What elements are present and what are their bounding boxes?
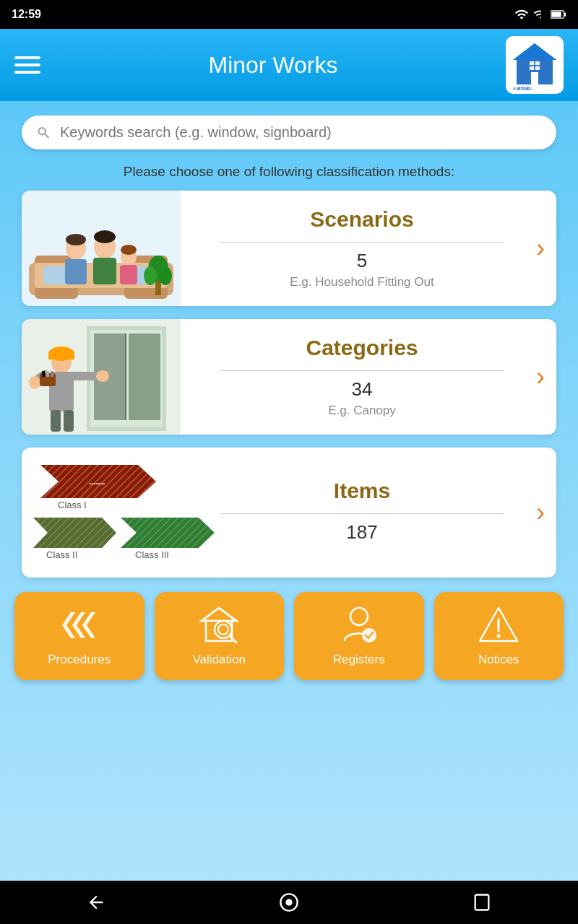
items-count: 187 <box>346 521 377 544</box>
status-bar: 12:59 <box>0 0 578 29</box>
scenarios-card[interactable]: Scenarios 5 E.g. Household Fitting Out › <box>22 191 556 306</box>
svg-text:BUILDINGS: BUILDINGS <box>513 87 533 90</box>
notices-icon <box>478 605 519 645</box>
scenarios-example: E.g. Household Fitting Out <box>290 275 434 289</box>
wifi-icon <box>514 7 529 22</box>
svg-rect-51 <box>51 371 53 377</box>
class-i-container: ▪▪▪▪▪▪▪ Class I <box>40 465 156 510</box>
classification-subtitle: Please choose one of following classific… <box>0 157 578 191</box>
svg-rect-50 <box>46 371 49 377</box>
registers-button[interactable]: Registers <box>294 592 424 680</box>
registers-label: Registers <box>333 653 385 667</box>
scenarios-content: Scenarios 5 E.g. Household Fitting Out <box>181 193 536 304</box>
svg-point-22 <box>94 230 116 243</box>
validation-label: Validation <box>193 653 246 667</box>
class-i-svg: ▪▪▪▪▪▪▪ <box>40 465 156 498</box>
svg-point-19 <box>66 234 86 245</box>
validation-icon <box>199 605 239 645</box>
signal-icon <box>533 8 546 21</box>
categories-card[interactable]: Categories 34 E.g. Canopy › <box>22 319 556 435</box>
svg-point-68 <box>350 608 368 625</box>
svg-rect-36 <box>129 334 160 420</box>
procedures-icon <box>59 605 100 645</box>
status-right <box>514 7 566 22</box>
status-left: 12:59 <box>12 8 41 21</box>
svg-rect-46 <box>51 410 61 432</box>
svg-rect-47 <box>64 410 74 432</box>
categories-title: Categories <box>306 336 418 360</box>
bottom-nav: Procedures Validation Registers <box>14 592 564 680</box>
svg-rect-2 <box>551 12 561 17</box>
class-ii-svg <box>33 518 116 548</box>
system-bar <box>0 881 578 924</box>
svg-rect-24 <box>120 265 137 284</box>
svg-rect-40 <box>48 355 74 359</box>
menu-button[interactable] <box>14 56 40 74</box>
svg-marker-62 <box>82 612 95 638</box>
class-ii-label: Class II <box>33 549 77 560</box>
svg-point-72 <box>497 635 501 638</box>
back-button[interactable] <box>82 888 111 917</box>
search-input[interactable] <box>60 124 542 141</box>
recents-button[interactable] <box>467 888 496 917</box>
items-classes: ▪▪▪▪▪▪▪ Class I <box>22 448 181 578</box>
svg-rect-75 <box>475 895 488 910</box>
page-title: Minor Works <box>209 52 338 79</box>
search-container <box>0 101 578 157</box>
svg-rect-18 <box>65 259 87 284</box>
scenarios-title: Scenarios <box>310 207 413 232</box>
time-display: 12:59 <box>12 8 41 21</box>
svg-rect-49 <box>42 371 45 377</box>
svg-point-44 <box>29 376 40 389</box>
procedures-label: Procedures <box>48 653 111 667</box>
back-icon <box>86 892 106 912</box>
categories-image <box>22 319 181 435</box>
svg-rect-15 <box>43 266 69 284</box>
battery-icon <box>551 9 566 19</box>
categories-content: Categories 34 E.g. Canopy <box>181 321 536 432</box>
svg-text:▪▪▪▪▪▪▪: ▪▪▪▪▪▪▪ <box>89 480 105 487</box>
svg-rect-1 <box>564 12 566 16</box>
items-arrow: › <box>536 497 556 528</box>
svg-point-28 <box>144 266 157 285</box>
cards-container: Scenarios 5 E.g. Household Fitting Out › <box>0 191 578 578</box>
family-illustration <box>22 191 181 306</box>
svg-point-67 <box>218 624 228 635</box>
scenarios-arrow: › <box>536 233 556 263</box>
svg-marker-4 <box>513 43 556 60</box>
scenarios-count: 5 <box>357 250 367 272</box>
svg-point-29 <box>159 266 172 285</box>
items-card[interactable]: ▪▪▪▪▪▪▪ Class I <box>22 448 556 578</box>
class-ii-container: Class II <box>33 518 116 560</box>
search-icon <box>36 125 51 141</box>
svg-point-25 <box>121 245 137 255</box>
class-i-arrow: ▪▪▪▪▪▪▪ <box>40 465 156 498</box>
items-title: Items <box>334 479 390 503</box>
svg-point-74 <box>285 899 292 905</box>
validation-button[interactable]: Validation <box>155 592 285 680</box>
categories-arrow: › <box>536 362 556 392</box>
svg-point-69 <box>362 628 376 642</box>
buildings-dept-logo: 屋宇署 BUILDINGS <box>509 40 560 90</box>
categories-divider <box>220 370 504 371</box>
notices-label: Notices <box>478 653 519 667</box>
home-icon <box>279 892 299 912</box>
categories-example: E.g. Canopy <box>328 404 396 418</box>
scenarios-divider <box>220 242 504 243</box>
class-iii-label: Class III <box>121 549 169 560</box>
svg-point-45 <box>96 370 109 382</box>
top-bar: Minor Works 屋宇署 BUILDINGS <box>0 29 578 101</box>
procedures-button[interactable]: Procedures <box>14 592 144 680</box>
notices-button[interactable]: Notices <box>434 592 564 680</box>
items-divider <box>220 513 504 514</box>
scenarios-image <box>22 191 181 306</box>
registers-icon <box>339 605 379 645</box>
svg-rect-21 <box>93 258 116 284</box>
home-button[interactable] <box>275 888 303 917</box>
class-i-label: Class I <box>40 500 87 510</box>
categories-count: 34 <box>352 378 373 401</box>
svg-marker-56 <box>33 518 116 548</box>
worker-illustration <box>22 319 181 435</box>
items-content: Items 187 <box>181 464 536 561</box>
logo: 屋宇署 BUILDINGS <box>506 36 564 94</box>
